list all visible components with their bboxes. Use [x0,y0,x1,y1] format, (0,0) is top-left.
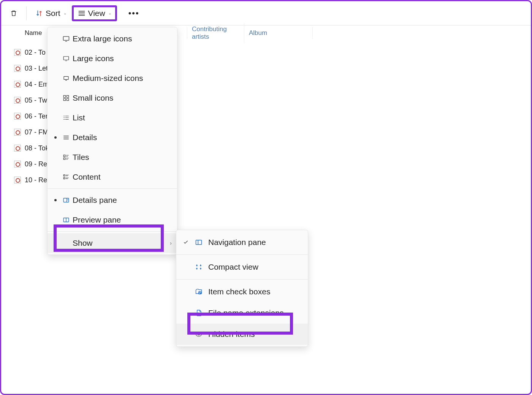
monitor-icon [62,74,70,82]
svg-rect-3 [63,95,65,97]
menu-label: Content [73,172,101,182]
svg-rect-2 [64,76,68,79]
menu-show[interactable]: Show › [48,233,177,253]
menu-tiles[interactable]: Tiles [48,147,177,167]
svg-rect-13 [196,240,202,245]
menu-label: Medium-sized icons [73,74,143,83]
view-menu: Extra large icons Large icons Medium-siz… [47,27,177,255]
audio-file-icon [14,81,21,88]
file-name: 03 - Let [25,65,48,73]
menu-label: Details pane [73,196,117,205]
submenu-label: File name extensions [208,308,283,318]
file-name: 02 - To [25,49,46,57]
chevron-down-icon: ⌄ [108,11,111,15]
file-name: 07 - FM [25,128,48,136]
audio-file-icon [14,49,21,56]
submenu-label: Item check boxes [208,287,270,296]
menu-small-icons[interactable]: Small icons [48,88,177,108]
submenu-label: Compact view [208,262,258,272]
menu-details-pane[interactable]: Details pane [48,190,177,210]
navigation-pane-icon [195,238,203,246]
audio-file-icon [14,145,21,152]
menu-label: Extra large icons [73,34,132,43]
menu-extra-large-icons[interactable]: Extra large icons [48,29,177,49]
file-name: 08 - Tok [25,144,49,152]
svg-rect-6 [67,99,69,101]
view-button[interactable]: View ⌄ [72,5,117,21]
eye-icon [195,330,203,338]
menu-divider [176,254,308,255]
menu-details[interactable]: Details [48,128,177,147]
svg-rect-10 [63,178,65,179]
monitor-icon [62,54,70,63]
file-name: 06 - Ter [25,112,48,120]
svg-rect-5 [63,99,65,101]
check-icon [182,239,189,246]
lines-icon [78,9,86,17]
bullet-indicator [54,199,57,201]
details-pane-icon [62,196,70,204]
submenu-label: Hidden items [208,330,255,339]
sort-label: Sort [46,9,60,18]
menu-list[interactable]: List [48,108,177,128]
submenu-file-name-extensions[interactable]: File name extensions [176,302,308,324]
audio-file-icon [14,65,21,72]
audio-file-icon [14,97,21,104]
list-icon [62,114,70,122]
ellipsis-icon: ••• [128,8,139,18]
monitor-icon [62,35,70,43]
trash-icon [10,9,18,17]
svg-rect-8 [63,158,65,160]
menu-label: Show [73,239,93,248]
audio-file-icon [14,129,21,136]
menu-content[interactable]: Content [48,167,177,187]
menu-label: Details [73,133,97,142]
menu-large-icons[interactable]: Large icons [48,49,177,68]
sort-button[interactable]: Sort ⌄ [31,6,70,20]
grid-icon [62,94,70,102]
more-button[interactable]: ••• [125,6,143,21]
checkbox-folder-icon [195,288,203,296]
menu-divider [48,231,177,232]
file-extension-icon [195,309,203,317]
menu-label: List [73,113,85,122]
menu-label: Preview pane [73,215,121,224]
tiles-icon [62,153,70,161]
chevron-down-icon: ⌄ [63,11,66,15]
svg-rect-0 [63,36,69,40]
file-name: 10 - Rev [25,176,51,184]
submenu-item-check-boxes[interactable]: Item check boxes [176,281,308,302]
submenu-navigation-pane[interactable]: Navigation pane [176,232,308,253]
show-submenu: Navigation pane Compact view Item check … [176,230,308,347]
svg-rect-9 [63,175,65,176]
menu-label: Large icons [73,54,114,63]
column-album[interactable]: Album [244,27,313,39]
file-name: 09 - Rev [25,160,51,168]
audio-file-icon [14,161,21,167]
view-label: View [88,9,105,18]
compact-icon [195,263,203,271]
svg-rect-4 [67,95,69,97]
lines-icon [62,133,70,142]
toolbar: Sort ⌄ View ⌄ ••• [1,1,531,25]
sort-icon [35,9,43,17]
file-name: 04 - Em [25,81,49,88]
menu-label: Tiles [73,153,89,162]
menu-divider [176,279,308,280]
audio-file-icon [14,113,21,120]
svg-point-15 [198,333,200,335]
bullet-indicator [54,136,57,139]
submenu-hidden-items[interactable]: Hidden items [176,324,308,345]
column-contributing-artists[interactable]: Contributing artists [187,23,244,43]
delete-button[interactable] [6,7,22,20]
submenu-compact-view[interactable]: Compact view [176,256,308,278]
preview-pane-icon [62,216,70,224]
menu-medium-icons[interactable]: Medium-sized icons [48,68,177,88]
content-icon [62,173,70,181]
audio-file-icon [14,177,21,183]
menu-preview-pane[interactable]: Preview pane [48,210,177,230]
menu-divider [48,188,177,189]
svg-rect-1 [63,57,69,60]
separator [26,6,27,20]
svg-rect-7 [63,155,65,157]
